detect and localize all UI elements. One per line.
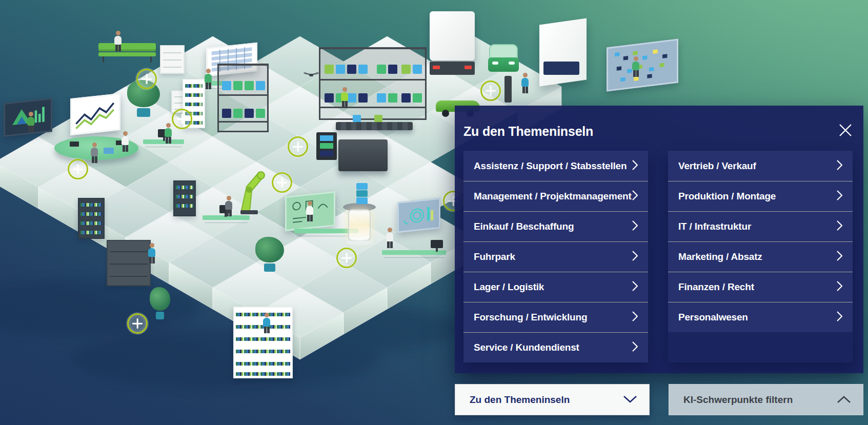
office-desk: [203, 215, 250, 220]
island-hotspot-plus[interactable]: [136, 69, 157, 89]
chevron-up-icon: [837, 394, 851, 406]
desk-monitor: [158, 129, 170, 137]
chevron-right-icon: [632, 190, 638, 203]
office-desk: [143, 139, 184, 144]
chevron-right-icon: [837, 160, 842, 172]
person-on-bench: [114, 31, 122, 51]
chevron-right-icon: [632, 160, 638, 172]
chart-whiteboard: [70, 93, 120, 135]
island-hotspot-plus[interactable]: [480, 80, 501, 101]
data-dashboard-screen: [397, 198, 440, 233]
menu-item-personalwesen[interactable]: Personalwesen: [668, 302, 853, 332]
charging-figure: [521, 73, 529, 93]
menu-column-right: Vertrieb / Verkauf Produktion / Montage …: [668, 151, 853, 362]
chevron-right-icon: [632, 220, 638, 233]
standing-desk: [382, 250, 446, 255]
island-hotspot-plus[interactable]: [288, 136, 308, 157]
stacked-boxes: [355, 183, 369, 205]
warehouse-figure: [340, 87, 349, 108]
island-hotspot-plus[interactable]: [336, 248, 357, 268]
filing-cabinet: [160, 45, 185, 74]
scientist-figure: [306, 201, 314, 221]
island-hotspot-plus[interactable]: [127, 313, 148, 334]
chevron-right-icon: [632, 281, 638, 293]
desk-monitor: [219, 205, 232, 213]
capsule-machine: [341, 203, 377, 250]
drone: [304, 71, 319, 77]
menu-item-assistenz[interactable]: Assistenz / Support / Stabsstellen: [463, 151, 648, 181]
island-hotspot-plus[interactable]: [272, 172, 292, 193]
robot-arm: [238, 160, 270, 215]
info-kiosk: [316, 132, 337, 160]
themeninseln-dropdown[interactable]: Zu den Themeninseln: [455, 384, 650, 415]
storage-rack: [217, 64, 269, 132]
menu-columns: Assistenz / Support / Stabsstellen Manag…: [463, 151, 853, 362]
presenter-figure: [27, 112, 35, 132]
pinboard-figure: [632, 56, 640, 77]
office-room-walls: [539, 22, 587, 104]
chevron-right-icon: [837, 220, 842, 233]
electric-car: [488, 44, 519, 79]
walking-figure: [263, 313, 271, 333]
delivery-truck: [430, 11, 475, 83]
chevron-right-icon: [837, 311, 842, 323]
meeting-table: [54, 136, 138, 162]
ki-schwerpunkte-filter-dropdown[interactable]: KI-Schwerpunkte filtern: [669, 384, 863, 415]
waiting-bench: [98, 43, 156, 64]
walking-figure: [148, 243, 156, 264]
moderation-pinboard: [607, 38, 678, 91]
menu-item-management[interactable]: Management / Projektmanagement: [463, 181, 648, 211]
chevron-right-icon: [837, 190, 842, 203]
menu-item-vertrieb[interactable]: Vertrieb / Verkauf: [668, 151, 853, 181]
presentation-screen: [4, 98, 52, 137]
app-canvas: Zu den Themeninseln Assistenz / Support …: [0, 0, 868, 425]
menu-item-finanzen[interactable]: Finanzen / Recht: [668, 272, 853, 302]
stepped-cabinet: [107, 240, 151, 286]
chevron-right-icon: [632, 251, 638, 263]
island-hotspot-plus[interactable]: [68, 159, 88, 179]
dark-bookshelf: [78, 198, 105, 239]
menu-column-left: Assistenz / Support / Stabsstellen Manag…: [463, 151, 648, 362]
standing-desk-figure: [386, 228, 394, 248]
menu-item-einkauf[interactable]: Einkauf / Beschaffung: [463, 211, 648, 241]
seated-figure: [164, 123, 172, 144]
receptionist-figure: [204, 69, 212, 89]
monstera-plant: [255, 237, 284, 274]
menu-item-service[interactable]: Service / Kundendienst: [463, 332, 648, 362]
close-button[interactable]: [838, 123, 853, 138]
seated-figure: [121, 131, 129, 152]
menu-item-marketing[interactable]: Marketing / Absatz: [668, 241, 853, 272]
conveyor-belt: [336, 122, 413, 130]
desk-monitor: [431, 240, 443, 248]
spreadsheet-screen: [206, 43, 257, 77]
panel-title: Zu den Themeninseln: [463, 124, 593, 139]
menu-item-it[interactable]: IT / Infrastruktur: [668, 211, 853, 241]
conveyor-box: [374, 115, 382, 122]
chevron-right-icon: [837, 281, 842, 293]
menu-item-lager[interactable]: Lager / Logistik: [463, 272, 648, 302]
menu-item-forschung[interactable]: Forschung / Entwicklung: [463, 302, 648, 332]
lab-chalkboard: [285, 191, 335, 231]
close-icon: [839, 131, 852, 138]
menu-item-produktion[interactable]: Produktion / Montage: [668, 181, 853, 211]
chevron-right-icon: [632, 341, 638, 354]
reception-counter: [196, 81, 229, 86]
storage-rack: [319, 47, 427, 120]
conveyor-box: [353, 115, 361, 122]
chevron-right-icon: [837, 251, 842, 263]
island-hotspot-plus[interactable]: [172, 109, 192, 129]
production-machine: [338, 139, 388, 171]
menu-item-fuhrpark[interactable]: Fuhrpark: [463, 241, 648, 272]
lab-table: [294, 229, 358, 233]
chevron-down-icon: [623, 394, 637, 406]
large-bookshelf: [233, 307, 293, 378]
chevron-right-icon: [632, 311, 638, 323]
seated-figure: [225, 196, 233, 216]
seated-figure: [90, 143, 98, 163]
dark-bookshelf: [173, 180, 196, 216]
themeninseln-overlay-panel: Zu den Themeninseln Assistenz / Support …: [455, 106, 863, 373]
ev-charging-post: [504, 76, 512, 103]
potted-plant: [150, 287, 170, 321]
